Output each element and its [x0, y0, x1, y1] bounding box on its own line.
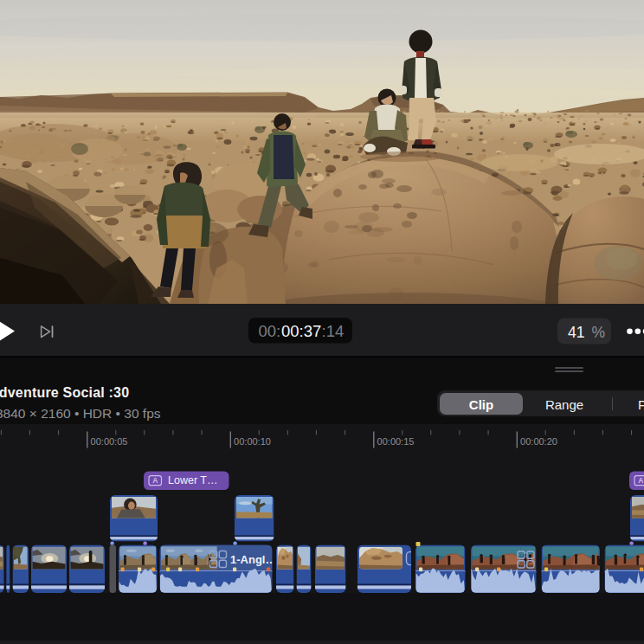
svg-text:00:00:20: 00:00:20 — [520, 436, 557, 447]
svg-text:41: 41 — [568, 324, 584, 341]
svg-text:00:00:05: 00:00:05 — [91, 436, 128, 447]
svg-text:%: % — [592, 324, 606, 341]
svg-text:A: A — [152, 476, 158, 485]
svg-text:00:: 00: — [259, 322, 281, 340]
svg-text::14: :14 — [322, 322, 345, 340]
svg-text:00:37: 00:37 — [281, 322, 321, 340]
svg-text:00:00:15: 00:00:15 — [377, 436, 415, 447]
svg-text:A: A — [638, 476, 643, 485]
svg-text:Lower T…: Lower T… — [168, 474, 217, 486]
svg-text:1-Angl…: 1-Angl… — [230, 553, 276, 566]
svg-text:00:00:10: 00:00:10 — [234, 436, 271, 447]
